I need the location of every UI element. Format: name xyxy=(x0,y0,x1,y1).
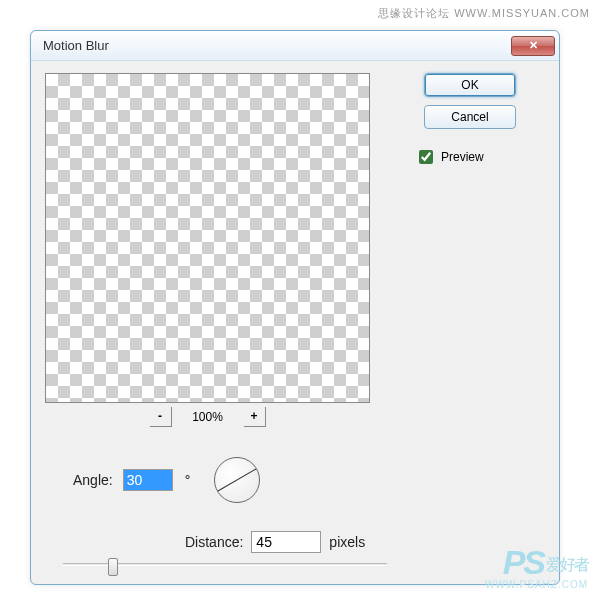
preview-checkbox-row[interactable]: Preview xyxy=(415,147,484,167)
preview-label: Preview xyxy=(441,150,484,164)
zoom-in-button[interactable]: + xyxy=(244,407,266,427)
watermark-bottom: PS爱好者 WWW.PSAHZ.COM xyxy=(485,545,588,590)
angle-input[interactable] xyxy=(123,469,173,491)
dialog-content: - 100% + OK Cancel Preview Angle: ° Dist… xyxy=(31,61,559,584)
preview-checkbox[interactable] xyxy=(419,150,433,164)
right-panel: OK Cancel Preview xyxy=(395,73,545,167)
angle-row: Angle: ° xyxy=(73,457,545,503)
filter-preview[interactable] xyxy=(45,73,370,403)
titlebar[interactable]: Motion Blur ✕ xyxy=(31,31,559,61)
watermark-url: WWW.PSAHZ.COM xyxy=(485,579,588,590)
close-button[interactable]: ✕ xyxy=(511,36,555,56)
degree-symbol: ° xyxy=(185,472,191,488)
motion-blur-dialog: Motion Blur ✕ - 100% + OK Cancel Preview… xyxy=(30,30,560,585)
zoom-out-button[interactable]: - xyxy=(150,407,172,427)
zoom-controls: - 100% + xyxy=(45,407,370,427)
distance-slider[interactable] xyxy=(45,563,405,566)
cancel-button[interactable]: Cancel xyxy=(424,105,516,129)
ok-button[interactable]: OK xyxy=(424,73,516,97)
watermark-top: 思缘设计论坛 WWW.MISSYUAN.COM xyxy=(378,6,590,21)
slider-track xyxy=(63,563,387,566)
slider-thumb[interactable] xyxy=(108,558,118,576)
zoom-level: 100% xyxy=(188,410,228,424)
dialog-title: Motion Blur xyxy=(43,38,511,53)
angle-dial[interactable] xyxy=(214,457,260,503)
angle-indicator-line xyxy=(218,469,257,492)
angle-label: Angle: xyxy=(73,472,113,488)
distance-input[interactable] xyxy=(251,531,321,553)
distance-label: Distance: xyxy=(185,534,243,550)
distance-unit: pixels xyxy=(329,534,365,550)
watermark-logo: PS爱好者 xyxy=(485,545,588,579)
